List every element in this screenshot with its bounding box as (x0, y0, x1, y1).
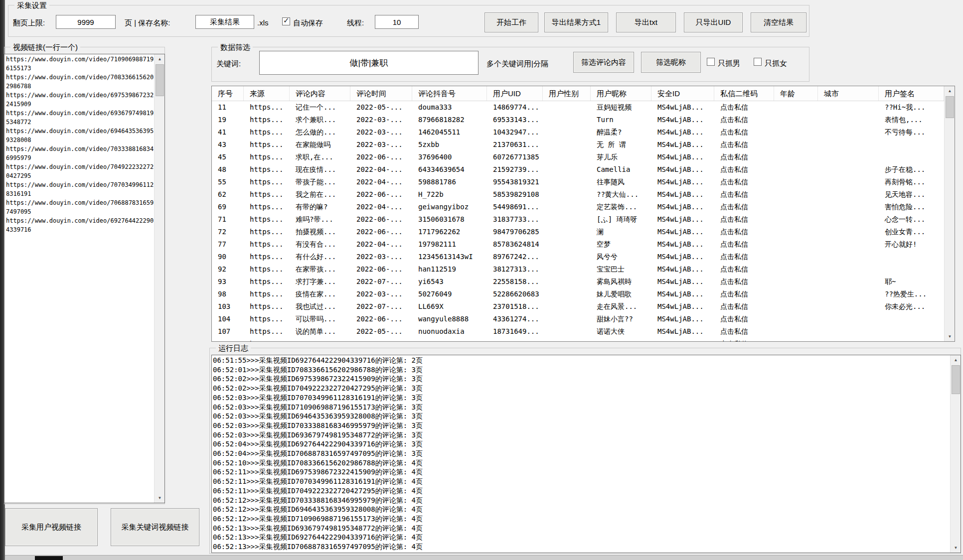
collect-user-videos-button[interactable]: 采集用户视频链接 (5, 508, 98, 546)
table-cell (818, 188, 879, 201)
scroll-down-icon[interactable]: ▼ (951, 543, 961, 553)
table-row[interactable]: 45https...求职,在...2022-06-...376964006072… (212, 151, 944, 163)
export-txt-button[interactable]: 导出txt (616, 12, 676, 32)
column-header[interactable]: 用户UID (487, 86, 543, 101)
table-cell: MS4wLjAB... (651, 288, 714, 300)
table-row[interactable]: 103https...我也试过...2022-07-...LL669X23701… (212, 300, 944, 313)
table-cell: 有没有合... (290, 238, 350, 251)
table-cell: 风兮兮 (591, 251, 651, 263)
table-cell (818, 238, 879, 251)
table-cell: MS4wLjAB... (651, 114, 714, 126)
links-scrollbar-thumb[interactable] (156, 64, 164, 96)
table-scrollbar-thumb[interactable] (946, 96, 954, 118)
table-cell (543, 114, 591, 126)
table-row[interactable]: 19https...求个兼职...2022-03-...879668182826… (212, 114, 944, 126)
log-line: 06:52:03>>>采集视频ID7033388168346995979的评论第… (213, 421, 949, 430)
table-row[interactable]: 62https...我之前在...2022-06-...H_722b585398… (212, 188, 944, 201)
column-header[interactable]: 安全ID (651, 86, 714, 101)
column-header[interactable]: 私信二维码 (714, 86, 774, 101)
log-line: 06:52:10>>>采集视频ID7083366156202986788的评论第… (213, 458, 949, 468)
log-textarea[interactable]: 06:51:55>>>采集视频ID6927644222904339716的评论第… (211, 355, 961, 553)
table-cell: https... (244, 188, 290, 201)
table-cell: 38127313... (487, 263, 543, 276)
filter-nickname-button[interactable]: 筛选昵称 (641, 52, 701, 73)
scroll-down-icon[interactable]: ▼ (945, 332, 955, 341)
thread-input[interactable]: 10 (375, 15, 419, 29)
table-row[interactable]: 11https...记住一个...2022-05-...douma3331486… (212, 101, 944, 114)
table-cell (543, 238, 591, 251)
log-line: 06:52:02>>>采集视频ID7049222322720427295的评论第… (213, 384, 949, 393)
table-row[interactable]: 98https...疫情在家...2022-03-...502760495228… (212, 288, 944, 300)
table-cell: 开心就好! (879, 238, 944, 251)
table-row[interactable]: 104https...可以带吗...2022-06-...wangyule888… (212, 313, 944, 325)
video-links-textarea[interactable]: https://www.douyin.com/video/71090698871… (4, 54, 165, 503)
table-row[interactable]: 92https...在家带孩...2022-06-...han112519381… (212, 263, 944, 276)
save-name-input[interactable]: 采集结果 (195, 15, 254, 29)
female-only-checkbox[interactable] (754, 58, 762, 66)
table-cell: 点击私信 (714, 263, 774, 276)
scroll-up-icon[interactable]: ▲ (945, 86, 955, 96)
start-work-button[interactable]: 开始工作 (484, 12, 538, 32)
table-cell: 点击私信 (714, 300, 774, 313)
column-header[interactable]: 用户签名 (879, 86, 944, 101)
column-header[interactable]: 来源 (244, 86, 290, 101)
table-row[interactable]: 69https...有带的嘛?2022-04-...geiwangyiboz54… (212, 201, 944, 213)
table-cell (487, 338, 543, 341)
column-header[interactable]: 年龄 (774, 86, 818, 101)
log-group-title: 运行日志 (216, 343, 251, 353)
keyword-input[interactable]: 做|带|兼职 (259, 51, 479, 75)
table-cell: 31506031678 (412, 213, 487, 226)
autosave-checkbox[interactable]: ✓ (282, 17, 290, 25)
links-scrollbar[interactable]: ▲ ▼ (154, 54, 164, 503)
table-cell: 点击私信 (714, 176, 774, 188)
table-row[interactable]: 107https...说的简单...2022-05-...nuonuodaxia… (212, 325, 944, 338)
filter-comment-button[interactable]: 筛选评论内容 (573, 52, 634, 73)
table-row[interactable]: 71https...难吗?带...2022-06-...315060316783… (212, 213, 944, 226)
column-header[interactable]: 用户昵称 (591, 86, 651, 101)
table-cell (818, 213, 879, 226)
table-row[interactable]: 90https...有什么好...2022-03-...12345613143w… (212, 251, 944, 263)
table-cell (543, 288, 591, 300)
table-cell: 64334639654 (412, 163, 487, 176)
table-row[interactable]: 41https...怎么做的...2022-03-...146204551110… (212, 126, 944, 139)
table-cell: 无 所 谓 (591, 139, 651, 151)
table-row[interactable]: https.........点击私信 (212, 338, 944, 341)
column-header[interactable]: 评论时间 (350, 86, 412, 101)
table-cell: https... (244, 126, 290, 139)
page-limit-input[interactable]: 9999 (56, 15, 116, 29)
table-row[interactable]: 48https...现在疫情...2022-04-...643346396542… (212, 163, 944, 176)
scroll-up-icon[interactable]: ▲ (951, 355, 961, 365)
column-header[interactable]: 序号 (212, 86, 244, 101)
export-result-button[interactable]: 导出结果方式1 (544, 12, 608, 32)
table-row[interactable]: 77https...有没有合...2022-04-...197982111857… (212, 238, 944, 251)
table-cell: 说的简单... (290, 325, 350, 338)
table-row[interactable]: 93https...求打字兼...2022-07-...yi6543225581… (212, 276, 944, 288)
log-scrollbar-thumb[interactable] (952, 365, 960, 394)
export-uid-button[interactable]: 只导出UID (684, 12, 743, 32)
table-cell: ... (350, 338, 412, 341)
table-cell (774, 126, 818, 139)
table-cell: https... (244, 163, 290, 176)
table-cell: 点击私信 (714, 313, 774, 325)
scroll-down-icon[interactable]: ▼ (155, 493, 165, 503)
male-only-checkbox[interactable] (707, 58, 715, 66)
table-row[interactable]: 43https...在家能做吗2022-03-...5zxbb21370631.… (212, 139, 944, 151)
log-scrollbar[interactable]: ▲ ▼ (950, 355, 961, 553)
table-cell: 点击私信 (714, 126, 774, 139)
table-cell: MS4wLjAB... (651, 325, 714, 338)
table-cell: https... (244, 201, 290, 213)
table-scrollbar[interactable]: ▲ ▼ (944, 86, 955, 341)
column-header[interactable]: 用户性别 (543, 86, 591, 101)
collect-keyword-videos-button[interactable]: 采集关键词视频链接 (111, 508, 199, 546)
column-header[interactable]: 评论内容 (290, 86, 350, 101)
table-cell: 18731649... (487, 325, 543, 338)
table-cell: [ふ] 琦琦呀 (591, 213, 651, 226)
scroll-up-icon[interactable]: ▲ (155, 54, 165, 64)
column-header[interactable]: 评论抖音号 (412, 86, 487, 101)
table-row[interactable]: 55https...带孩子能...2022-04-...598881786955… (212, 176, 944, 188)
table-cell: 72 (212, 226, 244, 238)
clear-results-button[interactable]: 清空结果 (751, 12, 806, 32)
table-row[interactable]: 72https...拍摄视频...2022-06-...171796226298… (212, 226, 944, 238)
table-cell: 103 (212, 300, 244, 313)
column-header[interactable]: 城市 (818, 86, 879, 101)
